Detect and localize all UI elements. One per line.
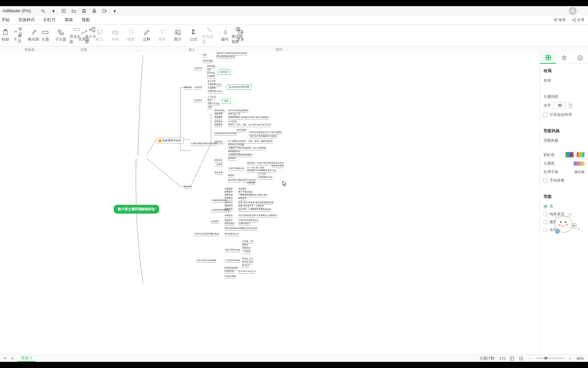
- leaf-node[interactable]: 土壤环境现状调查内容与方式: [191, 142, 217, 146]
- paste-button[interactable]: 粘贴: [0, 26, 12, 45]
- save-icon[interactable]: [81, 8, 87, 14]
- hand-drawn-checkbox[interactable]: 手绘效果: [543, 178, 585, 183]
- leaf-node[interactable]: 对应设施应: [236, 128, 247, 132]
- leaf-node[interactable]: 提出检查信息员: [225, 232, 239, 236]
- leaf-node[interactable]: 现状评价: [184, 185, 192, 189]
- leaf-node[interactable]: 项目数目: [211, 232, 219, 236]
- leaf-node[interactable]: 设施目录: [225, 214, 233, 218]
- leaf-node[interactable]: 一般不低于家设施建设主体建设: [248, 135, 277, 138]
- spin-down-button[interactable]: ▾: [569, 105, 572, 108]
- find-replace-button[interactable]: 查找和替换: [231, 26, 246, 45]
- spin-up-button[interactable]: ▴: [569, 102, 572, 105]
- leaf-node[interactable]: 社会经济: [194, 99, 202, 103]
- leaf-node[interactable]: 一条地线: [214, 163, 223, 167]
- mark-button[interactable]: 注释: [140, 26, 154, 45]
- leaf-node[interactable]: 现场勘查: [214, 116, 223, 120]
- side-tab-layout[interactable]: [540, 52, 556, 64]
- leaf-node[interactable]: 建设制: [228, 174, 234, 178]
- leaf-node[interactable]: 标准的选取: [203, 59, 213, 63]
- leaf-node[interactable]: 土壤不为的没状评价: [194, 232, 212, 236]
- callout-node[interactable]: 提供信息制定调查范围: [227, 85, 252, 90]
- theme-color-picker[interactable]: [574, 162, 585, 166]
- leaf-node[interactable]: 时应说明理由和来源: [216, 55, 235, 59]
- open-icon[interactable]: [71, 8, 77, 14]
- leaf-node[interactable]: 一号位置: [242, 250, 250, 254]
- leaf-node[interactable]: 现场调查确定:基本确定的条件 现场 农用用地: [228, 116, 268, 120]
- leaf-node[interactable]: 建设项目、各地与地块调查: [247, 162, 272, 165]
- leaf-node[interactable]: 标准: [203, 53, 207, 57]
- leaf-node[interactable]: 一般污方经台具效: [224, 248, 240, 252]
- leaf-node[interactable]: 土壤深度分区域: [258, 176, 272, 180]
- leaf-node[interactable]: 点位排本、土壤整体环境现状及源单: [238, 208, 271, 212]
- rainbow-swatch[interactable]: [566, 152, 574, 157]
- new-icon[interactable]: [61, 8, 66, 14]
- leaf-node[interactable]: 土壤母质: [207, 75, 215, 79]
- share-button[interactable]: 分享: [572, 17, 585, 22]
- leaf-node[interactable]: 土壤生物与环境: [208, 90, 222, 94]
- bg-none-radio[interactable]: 无: [543, 204, 585, 209]
- publish-button[interactable]: 发布: [553, 17, 566, 22]
- mindmap-canvas[interactable]: 第六章土壤环境影响评价 1现状调查和评价 标准 选择用于分级评价标准的其他依据 …: [0, 52, 540, 358]
- leaf-node[interactable]: 分为:9970 66,3之 6: [238, 270, 256, 274]
- leaf-node[interactable]: 测点深度: [214, 171, 223, 175]
- redo-dropdown-icon[interactable]: ▾: [51, 8, 56, 14]
- leaf-node[interactable]: 包括点位边界: [272, 164, 284, 168]
- horizontal-spacing-input[interactable]: [554, 102, 566, 109]
- subtopic-node[interactable]: 1现状调查和评价: [156, 138, 184, 143]
- zoom-out-button[interactable]: −: [527, 356, 532, 361]
- print-icon[interactable]: [92, 8, 97, 14]
- leaf-node[interactable]: 地表水、生态、活体、有人类生活的可致污环境: [228, 123, 271, 127]
- leaf-node[interactable]: 形式来源的: [225, 222, 235, 226]
- free-layout-checkbox[interactable]: 分支自由布局: [543, 112, 585, 117]
- leaf-node[interactable]: 土壤环境参数分类: [228, 167, 244, 171]
- side-tab-style[interactable]: [556, 52, 572, 64]
- fit-view-icon[interactable]: [519, 356, 523, 361]
- leaf-node[interactable]: 自然环境: [194, 67, 202, 71]
- copy-button[interactable]: ⎘拷贝: [13, 35, 26, 42]
- menu-view[interactable]: 视图: [82, 17, 90, 23]
- root-topic[interactable]: 第六章土壤环境影响评价: [114, 205, 159, 214]
- add-page-button[interactable]: +: [10, 356, 15, 361]
- zoom-in-button[interactable]: +: [568, 356, 572, 361]
- user-avatar[interactable]: [569, 7, 576, 15]
- leaf-node[interactable]: 调查程度: [214, 140, 223, 144]
- export-icon[interactable]: [102, 8, 107, 14]
- outline-view-icon[interactable]: [510, 356, 514, 361]
- menu-page-style[interactable]: 页面样式: [18, 17, 35, 23]
- leaf-node[interactable]: 有国内标准环境中的现状: [214, 132, 237, 136]
- leaf-node[interactable]: 土壤位约简: [224, 270, 234, 274]
- menu-advanced[interactable]: 高级: [65, 17, 73, 23]
- leaf-node[interactable]: 调查资质: [214, 159, 223, 163]
- leaf-node[interactable]: 土壤环境: [194, 86, 202, 90]
- callout-node[interactable]: 提供信息: [218, 70, 231, 75]
- subtopic-button[interactable]: 子主题: [54, 26, 68, 45]
- rainbow-swatch-2[interactable]: [576, 152, 585, 157]
- leaf-node[interactable]: 有害要求: [211, 220, 219, 224]
- leaf-node[interactable]: 源 位元: [242, 264, 249, 268]
- qat-more-icon[interactable]: ▾: [112, 8, 117, 14]
- relation-button[interactable]: 关系线: [77, 26, 91, 45]
- leaf-node[interactable]: 一号位置方经具效: [224, 259, 240, 263]
- topic-button[interactable]: 主题: [38, 26, 52, 45]
- leaf-node[interactable]: 土壤基本属数: [224, 275, 236, 279]
- leaf-node[interactable]: 资料调查: [184, 86, 192, 90]
- mascot-character[interactable]: 中 ¥: [551, 211, 581, 235]
- leaf-node[interactable]: 土壤中简易可: [238, 222, 250, 226]
- leaf-node[interactable]: 交通: [208, 106, 212, 109]
- leaf-node[interactable]: 地质勘探: [214, 123, 223, 127]
- page-tab[interactable]: 页面-1: [18, 355, 35, 362]
- leaf-node[interactable]: 土壤不为的污染源调查: [196, 259, 216, 263]
- leaf-node[interactable]: 可程度记录审议会讨论 区域占地面积: [248, 131, 282, 135]
- leaf-node[interactable]: 用全境而便的绿源属性的共判定需求: [225, 227, 257, 231]
- zoom-slider[interactable]: [536, 358, 564, 359]
- zoom-level[interactable]: 40%: [576, 356, 584, 361]
- leaf-node[interactable]: 制图范围: [247, 181, 255, 185]
- side-tab-icons[interactable]: [572, 52, 588, 64]
- leaf-node[interactable]: 集结编号: [228, 157, 236, 160]
- undo-icon[interactable]: [40, 8, 46, 14]
- page-dropdown-icon[interactable]: ▾: [3, 356, 7, 361]
- formula-button[interactable]: Σ公式: [186, 26, 201, 45]
- menu-start[interactable]: 开始: [1, 17, 10, 23]
- leaf-node[interactable]: 设施包含: [225, 208, 233, 212]
- callout-node[interactable]: 资料: [222, 99, 231, 104]
